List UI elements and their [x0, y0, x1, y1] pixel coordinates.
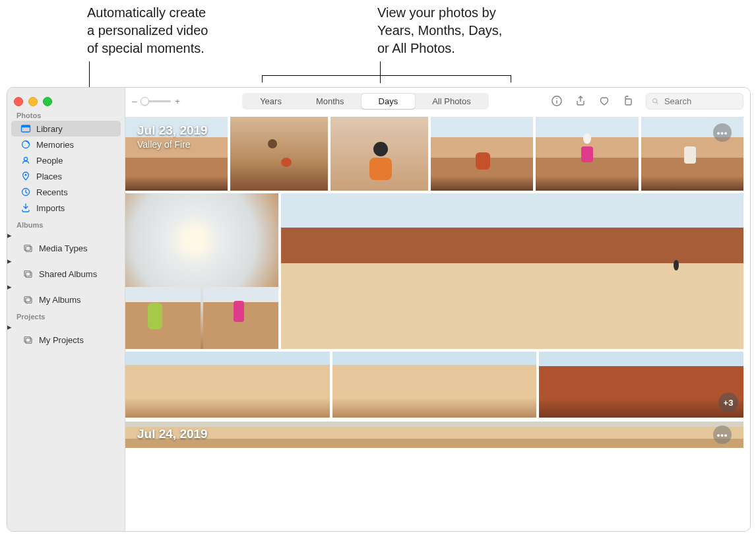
sidebar-item-label: Shared Albums [39, 269, 97, 279]
svg-rect-14 [26, 338, 32, 344]
recents-icon [20, 187, 31, 197]
photo-thumbnail[interactable] [281, 193, 743, 349]
photo-thumbnail[interactable] [125, 287, 201, 349]
zoom-in-label: + [175, 96, 180, 106]
svg-rect-1 [22, 125, 30, 127]
sidebar-section-projects: Projects [7, 307, 125, 322]
window-minimize-button[interactable] [28, 97, 38, 106]
search-icon [652, 97, 659, 106]
day-date: Jul 23, 2019 [137, 123, 208, 138]
svg-rect-12 [26, 298, 32, 303]
zoom-thumb[interactable] [141, 97, 149, 106]
more-photos-badge[interactable]: +3 [718, 393, 738, 412]
tab-months[interactable]: Months [299, 94, 362, 109]
window-zoom-button[interactable] [43, 97, 52, 106]
svg-point-19 [653, 98, 657, 102]
photo-thumbnail[interactable] [125, 352, 330, 418]
sidebar-item-memories[interactable]: Memories [11, 137, 121, 152]
sidebar-section-photos: Photos [7, 106, 125, 121]
sidebar-item-label: Memories [36, 140, 74, 150]
day-location: Valley of Fire [137, 139, 208, 150]
photo-thumbnail[interactable] [125, 422, 743, 448]
tab-all-photos[interactable]: All Photos [415, 94, 488, 109]
callout-bracket [262, 75, 511, 76]
sidebar-item-label: My Projects [39, 335, 84, 345]
photo-thumbnail[interactable] [332, 352, 537, 418]
tab-days[interactable]: Days [362, 94, 416, 109]
sidebar-item-label: Library [36, 124, 63, 134]
favorite-icon[interactable] [598, 95, 610, 107]
search-input[interactable] [663, 96, 738, 107]
folder-icon [23, 268, 34, 279]
day-more-button[interactable]: ••• [713, 123, 732, 142]
info-icon[interactable] [551, 95, 563, 107]
callout-memories: Automatically create a personalized vide… [87, 4, 292, 57]
disclosure-triangle-icon[interactable]: ▸ [7, 256, 12, 266]
svg-rect-11 [24, 297, 30, 302]
day-more-button[interactable]: ••• [713, 426, 732, 444]
photo-thumbnail[interactable]: +3 [539, 352, 743, 418]
svg-point-5 [25, 174, 27, 176]
photo-thumbnail[interactable] [431, 117, 533, 191]
sidebar-item-imports[interactable]: Imports [11, 200, 121, 216]
search-field[interactable] [646, 93, 743, 110]
callout-tabs: View your photos by Years, Months, Days,… [377, 4, 588, 57]
svg-point-4 [24, 157, 27, 160]
main-content: – + Years Months Days All Photos [125, 88, 750, 531]
tab-years[interactable]: Years [243, 94, 299, 109]
svg-rect-10 [26, 272, 32, 278]
photo-thumbnail[interactable] [203, 287, 278, 349]
disclosure-triangle-icon[interactable]: ▸ [7, 322, 12, 332]
toolbar: – + Years Months Days All Photos [125, 88, 750, 114]
zoom-slider[interactable]: – + [132, 96, 180, 106]
day-date: Jul 24, 2019 [137, 427, 208, 441]
callout-line [380, 61, 381, 75]
sidebar-item-shared-albums[interactable]: Shared Albums [11, 266, 121, 282]
rotate-icon[interactable] [622, 95, 634, 107]
sidebar-item-places[interactable]: Places [11, 168, 121, 184]
folder-icon [23, 294, 34, 305]
window-controls [7, 88, 125, 106]
sidebar-item-recents[interactable]: Recents [11, 184, 121, 200]
svg-rect-8 [26, 247, 32, 252]
day-header[interactable]: Jul 24, 2019 [137, 427, 208, 441]
photo-thumbnail[interactable] [331, 117, 428, 191]
places-icon [20, 171, 31, 181]
photos-app-window: Photos Library Memories [7, 87, 751, 532]
disclosure-triangle-icon[interactable]: ▸ [7, 230, 12, 240]
sidebar-section-albums: Albums [7, 216, 125, 230]
memories-icon [20, 139, 31, 150]
sidebar: Photos Library Memories [7, 88, 125, 531]
svg-point-17 [556, 98, 557, 100]
days-scroll-view[interactable]: Jul 23, 2019 Valley of Fire ••• [125, 114, 750, 531]
sidebar-item-label: Places [36, 172, 62, 181]
day-header[interactable]: Jul 23, 2019 Valley of Fire [137, 123, 208, 150]
svg-rect-9 [24, 271, 30, 276]
sidebar-item-label: My Albums [39, 295, 81, 305]
folder-icon [23, 334, 34, 345]
svg-rect-18 [625, 99, 631, 105]
sidebar-item-people[interactable]: People [11, 152, 121, 168]
svg-line-20 [656, 102, 658, 104]
day-group: Jul 23, 2019 Valley of Fire ••• [125, 117, 743, 418]
share-icon[interactable] [575, 95, 586, 107]
callout-line [380, 75, 381, 83]
zoom-out-label: – [132, 96, 137, 106]
svg-rect-13 [24, 337, 30, 342]
sidebar-item-my-albums[interactable]: My Albums [11, 292, 121, 307]
photo-thumbnail[interactable] [230, 117, 328, 191]
sidebar-item-media-types[interactable]: Media Types [11, 240, 121, 256]
imports-icon [20, 203, 31, 213]
sidebar-item-label: Imports [36, 203, 65, 213]
zoom-track[interactable] [141, 100, 171, 102]
sidebar-item-my-projects[interactable]: My Projects [11, 332, 121, 348]
sidebar-item-label: People [36, 156, 63, 166]
svg-rect-7 [24, 245, 30, 251]
photo-thumbnail[interactable] [536, 117, 638, 191]
disclosure-triangle-icon[interactable]: ▸ [7, 282, 12, 292]
folder-icon [23, 243, 34, 253]
library-icon [20, 123, 31, 134]
sidebar-item-library[interactable]: Library [11, 121, 121, 137]
view-tabs: Years Months Days All Photos [242, 93, 489, 110]
window-close-button[interactable] [14, 97, 23, 106]
